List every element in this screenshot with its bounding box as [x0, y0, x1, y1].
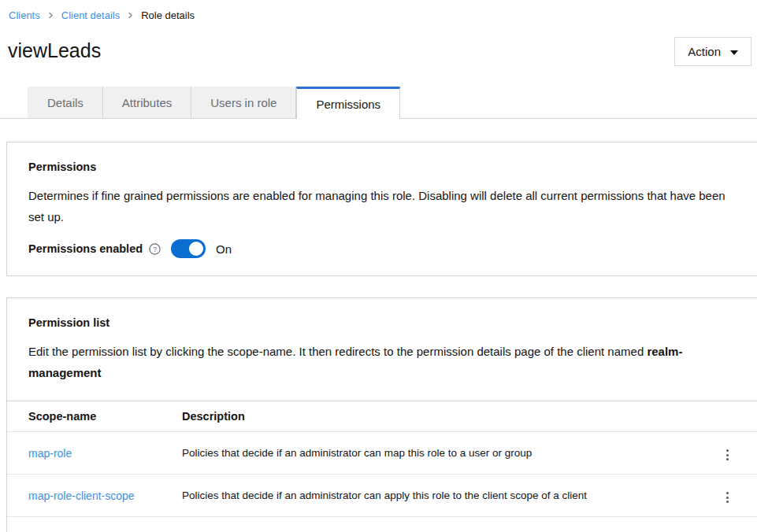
permissions-card-description: Determines if fine grained permissions a…	[28, 185, 735, 227]
tab-details[interactable]: Details	[28, 87, 103, 118]
scope-description: Policies that decide if an administrator…	[182, 432, 697, 475]
kebab-menu-icon[interactable]	[720, 445, 735, 464]
tab-users-in-role[interactable]: Users in role	[191, 87, 296, 118]
permissions-enabled-label: Permissions enabled	[28, 242, 143, 255]
table-row: map-role-client-scope Policies that deci…	[7, 475, 757, 517]
toggle-state-text: On	[216, 242, 232, 256]
permission-list-card: Permission list Edit the permission list…	[6, 297, 757, 532]
table-row: map-role-composite Policies that decide …	[7, 517, 757, 532]
svg-text:?: ?	[153, 245, 157, 253]
table-header-row: Scope-name Description	[7, 401, 757, 432]
page-title: viewLeads	[8, 39, 101, 62]
breadcrumb-current: Role details	[141, 9, 195, 21]
permissions-card: Permissions Determines if fine grained p…	[6, 142, 757, 276]
question-circle-icon[interactable]: ?	[149, 243, 161, 255]
tab-panel-permissions: Permissions Determines if fine grained p…	[6, 142, 757, 532]
breadcrumb: Clients Client details Role details	[9, 9, 195, 21]
tab-permissions[interactable]: Permissions	[296, 87, 400, 119]
column-header-scope-name: Scope-name	[7, 401, 182, 432]
scope-description: Policies that decide if an administrator…	[182, 475, 697, 517]
action-menu-button[interactable]: Action	[674, 37, 751, 66]
breadcrumb-link-client-details[interactable]: Client details	[61, 9, 120, 21]
column-header-actions	[697, 401, 757, 432]
permissions-enabled-row: Permissions enabled ? On	[28, 239, 735, 258]
permission-list-table: Scope-name Description map-role Policies…	[7, 401, 757, 532]
caret-down-icon	[730, 50, 738, 55]
column-header-description: Description	[182, 401, 697, 432]
permissions-card-title: Permissions	[28, 161, 735, 173]
chevron-right-icon	[47, 12, 54, 19]
chevron-right-icon	[127, 12, 134, 19]
permission-list-description: Edit the permission list by clicking the…	[28, 341, 735, 383]
permission-list-title: Permission list	[28, 316, 735, 329]
permission-list-description-text: Edit the permission list by clicking the…	[28, 345, 647, 358]
tab-attributes[interactable]: Attributes	[103, 87, 191, 118]
kebab-menu-icon[interactable]	[720, 488, 735, 507]
scope-description: Policies that decide if an administrator…	[182, 517, 697, 532]
scope-link-map-role[interactable]: map-role	[28, 447, 72, 460]
scope-link-map-role-client-scope[interactable]: map-role-client-scope	[28, 490, 135, 502]
tab-bar: Details Attributes Users in role Permiss…	[0, 87, 757, 119]
toggle-knob	[189, 242, 203, 256]
permissions-enabled-toggle[interactable]	[171, 239, 206, 258]
table-row: map-role Policies that decide if an admi…	[7, 432, 757, 475]
breadcrumb-link-clients[interactable]: Clients	[9, 9, 40, 21]
action-menu-label: Action	[688, 45, 721, 58]
